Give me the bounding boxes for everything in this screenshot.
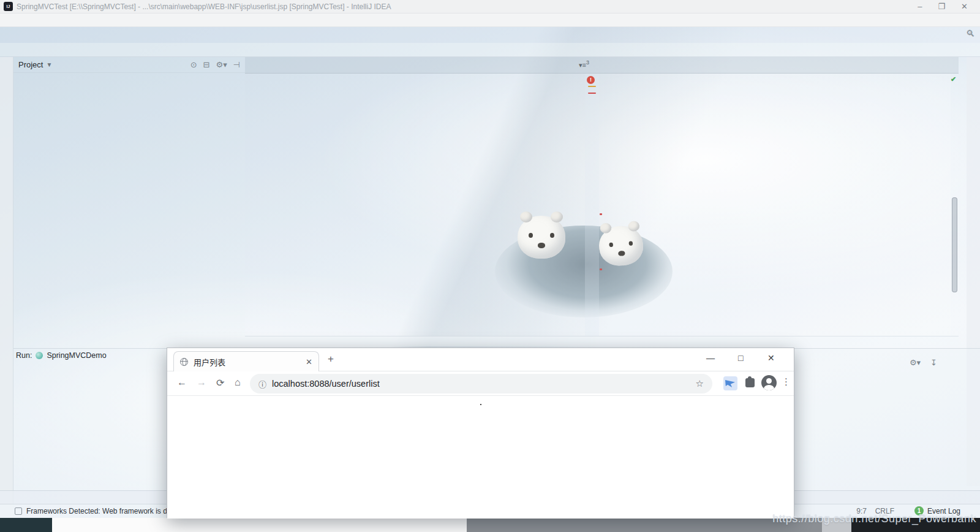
url-field[interactable]: ⓘ localhost:8088/user/userlist ☆: [250, 374, 712, 393]
editor-pane-userlist-jsp[interactable]: [245, 74, 585, 336]
hidden-tabs-dropdown[interactable]: ▾≡3: [579, 59, 589, 69]
editor-pane-usercontroller-java[interactable]: [599, 74, 951, 336]
url-text[interactable]: localhost:8088/user/userlist: [272, 379, 380, 389]
extension-bird-icon[interactable]: [723, 376, 737, 390]
intellij-logo-icon: IJ: [4, 2, 13, 11]
browser-address-bar: ← → ⟳ ⌂ ⓘ localhost:8088/user/userlist ☆…: [167, 371, 794, 396]
new-tab-button[interactable]: +: [328, 353, 334, 365]
tab-close-icon[interactable]: ✕: [306, 357, 312, 367]
editor-divider: !: [585, 74, 599, 336]
forward-icon[interactable]: →: [197, 377, 206, 388]
editor-area: ▾≡3 ! ✔: [245, 57, 959, 346]
editor-tab-bar: ▾≡3: [245, 57, 959, 74]
spring-boot-icon: [36, 352, 43, 359]
restore-button[interactable]: ❐: [938, 2, 945, 11]
back-icon[interactable]: ←: [177, 377, 187, 388]
bookmark-star-icon[interactable]: ☆: [696, 378, 704, 389]
editor-scrollbar[interactable]: ✔: [951, 74, 959, 336]
browser-close-button[interactable]: ✕: [767, 353, 775, 363]
error-indicator-icon[interactable]: !: [587, 76, 595, 84]
browser-minimize-button[interactable]: —: [706, 353, 715, 363]
browser-menu-icon[interactable]: ⋮: [782, 376, 791, 387]
idea-window: IJ SpringMVCTest [E:\\SpringMVCTest] - .…: [0, 0, 980, 532]
search-icon[interactable]: 🔍︎: [966, 28, 975, 39]
hide-panel-icon[interactable]: ⊣: [233, 60, 240, 69]
left-tool-strip: [0, 57, 13, 518]
browser-tab[interactable]: 用户列表 ✕: [173, 351, 319, 371]
project-panel-title: Project: [18, 60, 43, 69]
editor-breadcrumbs-bar: [245, 336, 959, 346]
user-list-table: [480, 404, 481, 405]
run-settings-gear-icon[interactable]: ⚙▾: [910, 358, 921, 367]
site-info-icon[interactable]: ⓘ: [258, 378, 266, 390]
error-stripe-mark: [600, 268, 602, 270]
inspections-ok-icon: ✔: [951, 75, 956, 83]
error-stripe-mark: [600, 213, 602, 215]
gear-icon[interactable]: ⚙▾: [216, 60, 227, 69]
minimize-button[interactable]: –: [918, 2, 922, 11]
main-toolbar: [0, 27, 980, 43]
scrollbar-thumb[interactable]: [952, 197, 957, 292]
project-panel: Project ▼ ⊙ ⊟ ⚙▾ ⊣: [13, 57, 245, 348]
project-panel-header: Project ▼ ⊙ ⊟ ⚙▾ ⊣: [13, 57, 245, 73]
pin-panel-icon[interactable]: ↧: [930, 358, 937, 367]
window-title: SpringMVCTest [E:\\SpringMVCTest] - ...\…: [17, 2, 918, 11]
close-button[interactable]: ✕: [961, 2, 968, 11]
browser-tab-title: 用户列表: [194, 356, 225, 368]
title-bar: IJ SpringMVCTest [E:\\SpringMVCTest] - .…: [0, 0, 980, 13]
browser-window: 用户列表 ✕ + — □ ✕ ← → ⟳ ⌂ ⓘ localhost:8088/…: [167, 348, 794, 518]
run-label: Run:: [16, 351, 32, 360]
globe-favicon: [180, 358, 188, 366]
watermark: https://blog.csdn.net/Super_Powerbank: [772, 512, 976, 525]
home-icon[interactable]: ⌂: [235, 377, 241, 388]
locate-icon[interactable]: ⊙: [190, 60, 197, 69]
profile-avatar[interactable]: [761, 375, 777, 390]
browser-maximize-button[interactable]: □: [738, 353, 743, 363]
menu-bar: [0, 13, 980, 27]
breadcrumb: [0, 43, 980, 57]
collapse-all-icon[interactable]: ⊟: [203, 60, 210, 69]
chevron-down-icon[interactable]: ▼: [46, 61, 52, 68]
refresh-icon[interactable]: ⟳: [216, 377, 224, 389]
extensions-icon[interactable]: [745, 378, 755, 387]
frameworks-icon: [15, 507, 22, 515]
run-config-name: SpringMVCDemo: [47, 351, 106, 360]
project-tree: [13, 74, 245, 348]
browser-page-content: [167, 396, 794, 519]
browser-tab-strip: 用户列表 ✕ + — □ ✕: [167, 348, 794, 371]
